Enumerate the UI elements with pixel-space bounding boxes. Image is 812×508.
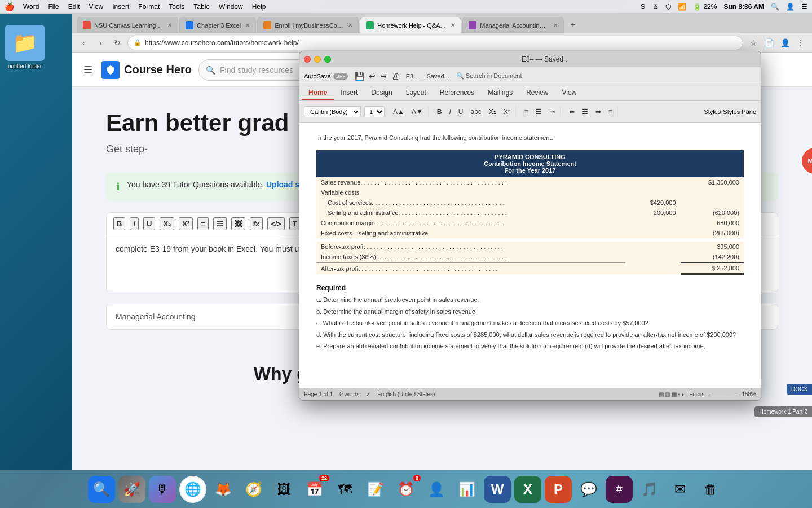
tab-0[interactable]: NSU Canvas Learning M... ✕: [77, 17, 178, 33]
bullets-button[interactable]: ≡: [522, 107, 531, 117]
menu-insert[interactable]: Insert: [112, 3, 129, 11]
indent-button[interactable]: ⇥: [546, 107, 558, 117]
tab-3[interactable]: Homework Help - Q&A fr... ✕: [360, 17, 461, 33]
justify-button[interactable]: ≡: [606, 107, 615, 117]
menu-format[interactable]: Format: [138, 3, 160, 11]
address-bar[interactable]: 🔒 https://www.coursehero.com/tutors/home…: [127, 36, 743, 50]
tab-close-4[interactable]: ✕: [553, 22, 558, 28]
dock-music[interactable]: 🎵: [636, 476, 663, 503]
undo-icon[interactable]: ↩: [369, 72, 376, 81]
dock-skype[interactable]: 💬: [575, 476, 602, 503]
unordered-list-button[interactable]: ☰: [213, 217, 227, 230]
word-tab-insert[interactable]: Insert: [334, 86, 364, 100]
apple-menu[interactable]: 🍎: [5, 2, 14, 11]
code-button[interactable]: </>: [267, 217, 285, 230]
spell-check-icon[interactable]: ✓: [366, 391, 370, 397]
reader-view-button[interactable]: 📄: [762, 36, 776, 50]
print-icon[interactable]: 🖨: [391, 72, 399, 81]
ordered-list-button[interactable]: ≡: [197, 217, 209, 230]
menu-edit[interactable]: Edit: [68, 3, 80, 11]
spotlight-icon[interactable]: 🔍: [771, 3, 779, 11]
word-tab-review[interactable]: Review: [519, 86, 555, 100]
word-tab-references[interactable]: References: [433, 86, 481, 100]
underline-format-button[interactable]: U: [456, 107, 466, 117]
menu-tools[interactable]: Tools: [169, 3, 184, 11]
dock-stickies[interactable]: 📝: [362, 476, 389, 503]
hamburger-menu-button[interactable]: ☰: [81, 62, 95, 78]
control-center-icon[interactable]: ☰: [801, 3, 807, 11]
dock-siri[interactable]: 🎙: [149, 476, 176, 503]
word-tab-layout[interactable]: Layout: [399, 86, 433, 100]
back-button[interactable]: ‹: [77, 36, 90, 50]
word-content-area[interactable]: In the year 2017, Pyramid Consulting had…: [299, 123, 761, 388]
dock-word[interactable]: W: [484, 476, 511, 503]
folder-container[interactable]: 📁 untitled folder: [5, 25, 45, 69]
dock-excel[interactable]: X: [514, 476, 541, 503]
superscript-format-button[interactable]: X²: [501, 107, 513, 117]
menu-table[interactable]: Table: [193, 3, 210, 11]
strikethrough-format-button[interactable]: abc: [467, 107, 484, 117]
dock-photos[interactable]: 🖼: [271, 476, 298, 503]
dock-slack[interactable]: #: [606, 476, 633, 503]
dock-chrome[interactable]: 🌐: [179, 476, 206, 503]
dock-activity-monitor[interactable]: 📊: [453, 476, 480, 503]
dock-launchpad[interactable]: 🚀: [118, 476, 145, 503]
forward-button[interactable]: ›: [94, 36, 107, 50]
word-tab-mailings[interactable]: Mailings: [481, 86, 519, 100]
dock-safari[interactable]: 🧭: [240, 476, 267, 503]
formula-button[interactable]: fx: [250, 217, 263, 230]
underline-button[interactable]: U: [143, 217, 155, 230]
minimize-window-button[interactable]: [314, 56, 321, 63]
dock-mail[interactable]: ✉: [667, 476, 694, 503]
align-right-button[interactable]: ➡: [593, 107, 604, 117]
superscript-button[interactable]: X²: [179, 217, 193, 230]
align-center-button[interactable]: ☰: [579, 107, 591, 117]
new-tab-button[interactable]: +: [565, 17, 581, 33]
align-left-button[interactable]: ⬅: [566, 107, 577, 117]
user-account-button[interactable]: 👤: [778, 36, 792, 50]
subscript-button[interactable]: X₂: [160, 217, 174, 230]
font-size-selector[interactable]: 12: [364, 106, 385, 117]
bold-format-button[interactable]: B: [434, 107, 445, 117]
subscript-format-button[interactable]: X₂: [486, 107, 499, 117]
folder-icon[interactable]: 📁: [5, 25, 45, 61]
italic-format-button[interactable]: I: [446, 107, 453, 117]
menu-word[interactable]: Word: [23, 3, 39, 11]
autosave-toggle[interactable]: OFF: [333, 73, 348, 80]
focus-mode-button[interactable]: Focus: [689, 391, 704, 397]
autosave-state[interactable]: OFF: [333, 73, 348, 80]
menu-view[interactable]: View: [89, 3, 103, 11]
tab-1[interactable]: Chapter 3 Excel ✕: [179, 17, 256, 33]
dock-calendar[interactable]: 📅 22: [301, 476, 328, 503]
dock-maps[interactable]: 🗺: [332, 476, 359, 503]
dock-contacts[interactable]: 👤: [423, 476, 450, 503]
font-selector[interactable]: Calibri (Body): [304, 106, 361, 117]
menu-file[interactable]: File: [48, 3, 59, 11]
word-search[interactable]: 🔍 Search in Document: [456, 72, 522, 80]
save-icon[interactable]: 💾: [355, 72, 364, 81]
refresh-button[interactable]: ↻: [111, 36, 124, 50]
italic-button[interactable]: I: [130, 217, 139, 230]
dock-finder[interactable]: 🔍: [88, 476, 115, 503]
increase-font-size-button[interactable]: A▲: [390, 107, 407, 117]
tab-4[interactable]: Managerial Accounting, ... ✕: [462, 17, 564, 33]
menu-window[interactable]: Window: [219, 3, 243, 11]
tab-close-2[interactable]: ✕: [348, 22, 352, 28]
more-options-button[interactable]: ⋮: [794, 36, 807, 50]
word-tab-home[interactable]: Home: [302, 86, 334, 100]
bold-button[interactable]: B: [113, 217, 125, 230]
word-tab-design[interactable]: Design: [364, 86, 399, 100]
decrease-font-size-button[interactable]: A▼: [409, 107, 426, 117]
numbered-list-button[interactable]: ☰: [533, 107, 545, 117]
word-tab-view[interactable]: View: [555, 86, 584, 100]
close-window-button[interactable]: [304, 56, 311, 63]
dock-powerpoint[interactable]: P: [545, 476, 572, 503]
dock-trash[interactable]: 🗑: [697, 476, 724, 503]
tab-2[interactable]: Enroll | myBusinessCour... ✕: [257, 17, 359, 33]
tab-close-0[interactable]: ✕: [167, 22, 172, 28]
dock-reminders[interactable]: ⏰ 8: [392, 476, 420, 503]
redo-icon[interactable]: ↪: [380, 72, 387, 81]
fullscreen-window-button[interactable]: [324, 56, 331, 63]
image-button[interactable]: 🖼: [231, 217, 245, 230]
tab-close-1[interactable]: ✕: [245, 22, 250, 28]
